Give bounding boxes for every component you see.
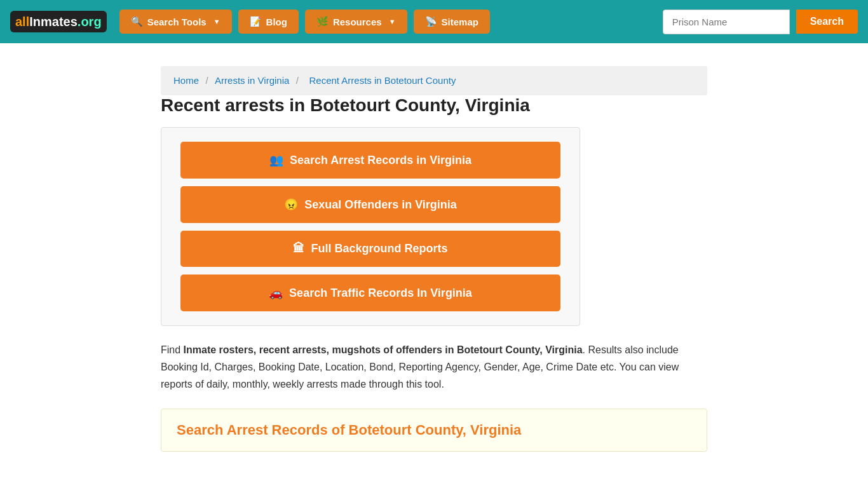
description-bold: Inmate rosters, recent arrests, mugshots… <box>184 344 583 355</box>
sexual-offenders-button[interactable]: 😠 Sexual Offenders in Virginia <box>180 186 560 223</box>
description-intro: Find <box>161 344 184 355</box>
search-traffic-label: Search Traffic Records In Virginia <box>289 287 472 300</box>
search-arrests-button[interactable]: 👥 Search Arrest Records in Virginia <box>180 142 560 179</box>
action-buttons-box: 👥 Search Arrest Records in Virginia 😠 Se… <box>161 127 580 326</box>
nav-search-button[interactable]: Search <box>796 10 858 34</box>
breadcrumb-sep-2: / <box>296 75 299 86</box>
logo[interactable]: allInmates.org <box>10 11 107 32</box>
navbar: allInmates.org 🔍 Search Tools ▼ 📝 Blog 🌿… <box>0 0 868 43</box>
resources-arrow-icon: ▼ <box>389 18 396 25</box>
sex-offender-icon: 😠 <box>284 198 298 212</box>
search-arrests-label: Search Arrest Records in Virginia <box>290 154 471 167</box>
sexual-offenders-label: Sexual Offenders in Virginia <box>304 198 457 212</box>
arrest-search-icon: 👥 <box>269 153 283 167</box>
blog-button[interactable]: 📝 Blog <box>238 10 299 34</box>
full-background-label: Full Background Reports <box>311 242 447 255</box>
background-icon: 🏛 <box>293 242 304 255</box>
search-tools-arrow-icon: ▼ <box>214 18 220 25</box>
search-tools-button[interactable]: 🔍 Search Tools ▼ <box>119 10 232 34</box>
breadcrumb-arrests-virginia[interactable]: Arrests in Virginia <box>215 75 289 86</box>
blog-icon: 📝 <box>250 16 262 27</box>
search-traffic-button[interactable]: 🚗 Search Traffic Records In Virginia <box>180 274 560 311</box>
breadcrumb-sep-1: / <box>205 75 208 86</box>
search-tools-label: Search Tools <box>147 17 207 27</box>
resources-button[interactable]: 🌿 Resources ▼ <box>305 10 407 34</box>
breadcrumb-home[interactable]: Home <box>173 75 199 86</box>
main-content: Home / Arrests in Virginia / Recent Arre… <box>148 43 720 464</box>
traffic-icon: 🚗 <box>269 286 283 300</box>
resources-icon: 🌿 <box>316 16 329 27</box>
breadcrumb: Home / Arrests in Virginia / Recent Arre… <box>161 66 707 95</box>
search-section-title: Search Arrest Records of Botetourt Count… <box>177 422 691 438</box>
resources-label: Resources <box>333 17 382 27</box>
sitemap-label: Sitemap <box>442 17 478 27</box>
full-background-button[interactable]: 🏛 Full Background Reports <box>180 231 560 267</box>
nav-search-label: Search <box>810 16 844 27</box>
breadcrumb-current: Recent Arrests in Botetourt County <box>309 75 456 86</box>
search-arrest-section: Search Arrest Records of Botetourt Count… <box>161 409 707 452</box>
blog-label: Blog <box>266 17 287 27</box>
sitemap-button[interactable]: 📡 Sitemap <box>414 10 490 34</box>
search-tools-icon: 🔍 <box>131 16 143 27</box>
prison-name-input[interactable] <box>663 10 790 34</box>
description-text: Find Inmate rosters, recent arrests, mug… <box>161 341 707 393</box>
page-title: Recent arrests in Botetourt County, Virg… <box>161 95 707 116</box>
sitemap-icon: 📡 <box>425 16 437 27</box>
